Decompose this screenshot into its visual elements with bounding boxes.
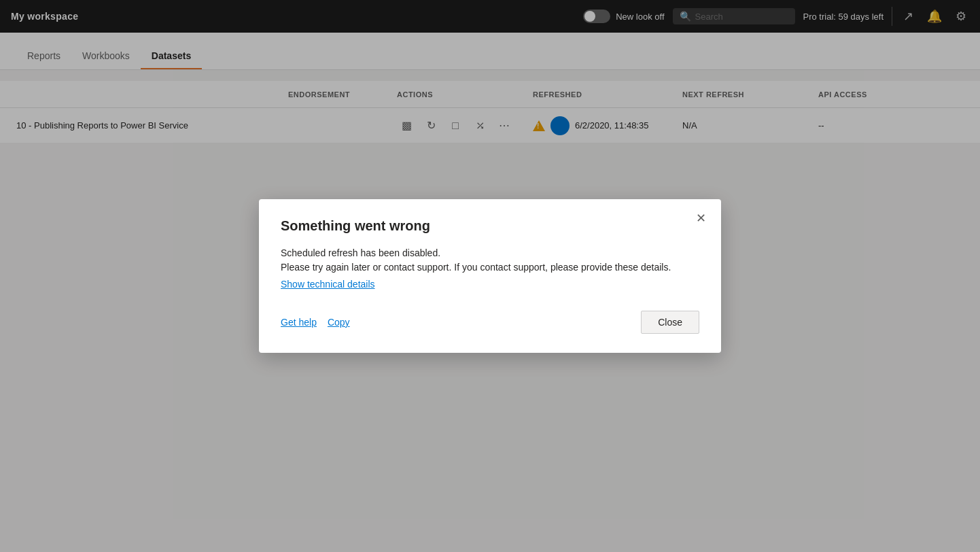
modal-body: Scheduled refresh has been disabled. Ple… (281, 246, 699, 292)
copy-button[interactable]: Copy (328, 317, 350, 328)
modal-footer: Get help Copy Close (281, 311, 699, 334)
modal-overlay: ✕ Something went wrong Scheduled refresh… (0, 0, 980, 552)
get-help-button[interactable]: Get help (281, 317, 317, 328)
modal-footer-left: Get help Copy (281, 317, 350, 328)
close-button[interactable]: Close (641, 311, 699, 334)
modal-line1: Scheduled refresh has been disabled. (281, 246, 699, 260)
modal-line2: Please try again later or contact suppor… (281, 260, 699, 275)
modal-close-button[interactable]: ✕ (691, 209, 710, 228)
show-technical-details-link[interactable]: Show technical details (281, 277, 375, 292)
modal-footer-right: Close (641, 311, 699, 334)
modal-title: Something went wrong (281, 218, 699, 234)
error-modal: ✕ Something went wrong Scheduled refresh… (259, 199, 721, 353)
